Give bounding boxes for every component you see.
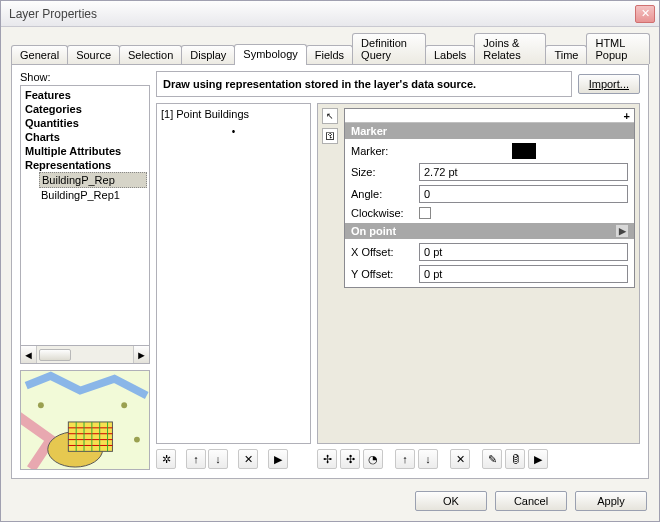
tab-general[interactable]: General bbox=[11, 45, 68, 64]
layer-down-icon[interactable]: ↓ bbox=[418, 449, 438, 469]
layer-delete-icon[interactable]: ✕ bbox=[450, 449, 470, 469]
draw-description: Draw using representation stored in the … bbox=[156, 71, 572, 97]
scroll-thumb[interactable] bbox=[39, 349, 71, 361]
layer-up-icon[interactable]: ↑ bbox=[395, 449, 415, 469]
svg-rect-5 bbox=[68, 422, 112, 451]
move-down-icon[interactable]: ↓ bbox=[208, 449, 228, 469]
rule-symbol-preview: • bbox=[161, 126, 306, 137]
tree-multiple-attributes[interactable]: Multiple Attributes bbox=[23, 144, 147, 158]
add-layer-icon[interactable]: + bbox=[345, 109, 634, 123]
tree-h-scroll[interactable]: ◄ ► bbox=[20, 346, 150, 364]
marker-swatch[interactable] bbox=[512, 143, 536, 159]
tree-rep-2[interactable]: BuildingP_Rep1 bbox=[39, 188, 147, 202]
scroll-right-icon[interactable]: ► bbox=[133, 346, 149, 363]
symbology-preview bbox=[20, 370, 150, 470]
tree-quantities[interactable]: Quantities bbox=[23, 116, 147, 130]
tree-features[interactable]: Features bbox=[23, 88, 147, 102]
tab-display[interactable]: Display bbox=[181, 45, 235, 64]
cylinder-icon[interactable]: 🛢 bbox=[505, 449, 525, 469]
symbol-layers-toolbar: ✢ ✣ ◔ ↑ ↓ ✕ ✎ 🛢 ▶ bbox=[317, 448, 640, 470]
onpoint-header: On point bbox=[351, 225, 396, 237]
rules-toolbar: ✲ ↑ ↓ ✕ ▶ bbox=[156, 448, 311, 470]
symbology-tree[interactable]: Features Categories Quantities Charts Mu… bbox=[20, 85, 150, 346]
tab-source[interactable]: Source bbox=[67, 45, 120, 64]
tab-joins-relates[interactable]: Joins & Relates bbox=[474, 33, 546, 64]
apply-button[interactable]: Apply bbox=[575, 491, 647, 511]
tab-time[interactable]: Time bbox=[545, 45, 587, 64]
svg-point-2 bbox=[121, 402, 127, 408]
cancel-button[interactable]: Cancel bbox=[495, 491, 567, 511]
angle-input[interactable] bbox=[419, 185, 628, 203]
close-button[interactable]: ✕ bbox=[635, 5, 655, 23]
yoffset-input[interactable] bbox=[419, 265, 628, 283]
menu-icon[interactable]: ▶ bbox=[268, 449, 288, 469]
size-label: Size: bbox=[351, 166, 415, 178]
add-symbol-layer-icon[interactable]: ✢ bbox=[317, 449, 337, 469]
window-title: Layer Properties bbox=[9, 7, 97, 21]
angle-label: Angle: bbox=[351, 188, 415, 200]
delete-icon[interactable]: ✕ bbox=[238, 449, 258, 469]
layer-options-icon[interactable]: ✲ bbox=[156, 449, 176, 469]
add-effect-icon[interactable]: ✣ bbox=[340, 449, 360, 469]
clockwise-checkbox[interactable] bbox=[419, 207, 431, 219]
rule-item-1[interactable]: [1] Point Buildings bbox=[161, 108, 306, 120]
tab-strip: General Source Selection Display Symbolo… bbox=[1, 27, 659, 64]
tab-symbology[interactable]: Symbology bbox=[234, 44, 306, 65]
onpoint-expand-icon[interactable]: ▶ bbox=[616, 225, 628, 237]
tab-selection[interactable]: Selection bbox=[119, 45, 182, 64]
size-input[interactable] bbox=[419, 163, 628, 181]
import-button[interactable]: Import... bbox=[578, 74, 640, 94]
marker-properties-panel: + Marker Marker: bbox=[344, 108, 635, 288]
representation-rules-list[interactable]: [1] Point Buildings • bbox=[156, 103, 311, 444]
tab-definition-query[interactable]: Definition Query bbox=[352, 33, 426, 64]
show-label: Show: bbox=[20, 71, 150, 83]
tab-labels[interactable]: Labels bbox=[425, 45, 475, 64]
tab-html-popup[interactable]: HTML Popup bbox=[586, 33, 650, 64]
tree-charts[interactable]: Charts bbox=[23, 130, 147, 144]
move-up-icon[interactable]: ↑ bbox=[186, 449, 206, 469]
ok-button[interactable]: OK bbox=[415, 491, 487, 511]
marker-header: Marker bbox=[345, 123, 634, 139]
scroll-track[interactable] bbox=[37, 346, 133, 363]
tool-key-icon[interactable]: ⚿ bbox=[322, 128, 338, 144]
scroll-left-icon[interactable]: ◄ bbox=[21, 346, 37, 363]
clockwise-label: Clockwise: bbox=[351, 207, 415, 219]
units-icon[interactable]: ◔ bbox=[363, 449, 383, 469]
marker-label: Marker: bbox=[351, 145, 415, 157]
tool-arrow-icon[interactable]: ↖ bbox=[322, 108, 338, 124]
xoffset-label: X Offset: bbox=[351, 246, 415, 258]
tree-representations[interactable]: Representations bbox=[23, 158, 147, 172]
yoffset-label: Y Offset: bbox=[351, 268, 415, 280]
tab-fields[interactable]: Fields bbox=[306, 45, 353, 64]
tree-categories[interactable]: Categories bbox=[23, 102, 147, 116]
svg-point-1 bbox=[38, 402, 44, 408]
play-icon[interactable]: ▶ bbox=[528, 449, 548, 469]
tree-rep-1[interactable]: BuildingP_Rep bbox=[39, 172, 147, 188]
svg-point-3 bbox=[134, 437, 140, 443]
edit-icon[interactable]: ✎ bbox=[482, 449, 502, 469]
xoffset-input[interactable] bbox=[419, 243, 628, 261]
